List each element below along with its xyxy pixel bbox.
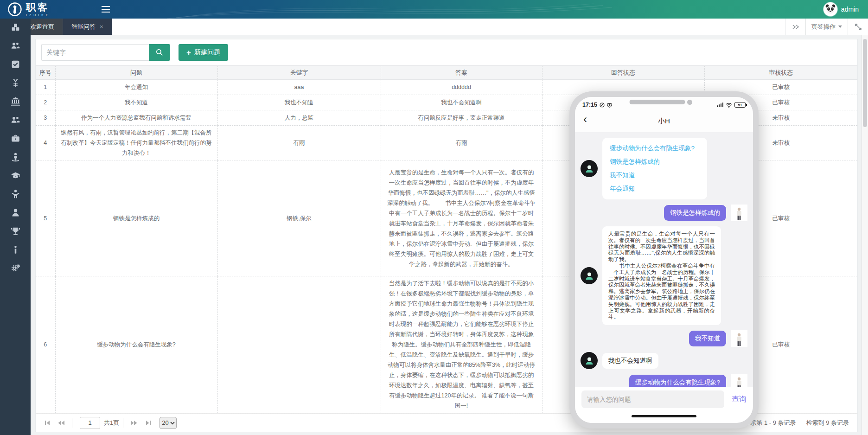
vertical-scrollbar[interactable]	[862, 35, 868, 435]
sidebar-item-groups[interactable]	[0, 111, 31, 130]
sidebar-item-training[interactable]	[0, 167, 31, 186]
main-sidebar	[0, 19, 31, 435]
user-message: 我不知道	[581, 330, 747, 347]
cell-keyword	[217, 276, 381, 413]
page-tab-bar: 欢迎首页 智能问答 × 页签操作	[0, 19, 868, 35]
wifi-icon	[726, 102, 732, 108]
cell-keyword: 钢铁,保尔	[217, 160, 381, 276]
sidebar-item-settings[interactable]	[0, 260, 31, 278]
column-header: 关键字	[217, 66, 381, 80]
home-indicator	[632, 415, 696, 417]
check-square-icon	[11, 59, 20, 71]
chat-input-bar: 查询	[575, 387, 753, 412]
logo-tie-icon	[7, 2, 22, 17]
bot-avatar	[581, 267, 598, 284]
cell-seq: 4	[36, 126, 55, 160]
sidebar-item-members[interactable]	[0, 204, 31, 223]
keyword-search-input[interactable]	[41, 44, 149, 61]
phone-screen: 17:15 51	[575, 97, 753, 423]
bot-bubble: 人最宝贵的是生命，生命对每一个人只有一次。者仅有的一次生命应当怎样度过，当回首往…	[602, 226, 721, 325]
mute-icon	[600, 102, 605, 108]
cogs-icon	[11, 263, 20, 275]
logo-text: 职客	[26, 2, 51, 12]
column-header: 回答状态	[542, 66, 704, 80]
chat-message-list: 缓步动物为什么会有隐生现象?钢铁是怎样炼成的我不知道年会通知钢铁是怎样炼成的人最…	[575, 132, 753, 387]
first-page-icon[interactable]	[40, 417, 54, 429]
tab-close-icon[interactable]: ×	[100, 23, 103, 30]
qa-toolbar: + 新建问题	[36, 39, 857, 65]
question-input[interactable]	[581, 390, 724, 408]
column-header: 问题	[55, 66, 217, 80]
search-button[interactable]	[149, 44, 170, 61]
user-bubble: 我不知道	[689, 331, 726, 346]
suggested-question-link[interactable]: 钢铁是怎样炼成的	[610, 158, 700, 166]
sidebar-item-modules[interactable]	[0, 19, 31, 37]
prev-page-icon[interactable]	[54, 417, 68, 429]
cell-question: 钢铁是怎样炼成的	[55, 160, 217, 276]
cell-answer: 有雨	[381, 126, 542, 160]
page-size-select[interactable]: 20	[160, 417, 177, 429]
trophy-icon	[11, 226, 20, 238]
user-message: 钢铁是怎样炼成的	[581, 205, 747, 221]
cell-seq: 2	[36, 95, 55, 110]
cell-keyword: 人力，总监	[217, 110, 381, 126]
next-page-icon[interactable]	[127, 417, 141, 429]
user-bubble: 缓步动物为什么会有隐生现象?	[629, 375, 726, 387]
top-header: 职客 IZHIKE admin	[0, 0, 868, 19]
logo-subtext: IZHIKE	[26, 13, 51, 17]
alarm-icon	[607, 102, 612, 108]
column-header: 答案	[381, 66, 542, 80]
graduation-cap-icon	[11, 171, 20, 182]
scrollbar-thumb[interactable]	[863, 39, 867, 127]
sidebar-item-approvals[interactable]	[0, 56, 31, 74]
tab-actions-label: 页签操作	[811, 23, 836, 31]
user-avatar	[731, 374, 747, 387]
header-wave-decoration	[0, 0, 868, 19]
cell-seq: 1	[36, 80, 55, 95]
user-avatar	[731, 330, 747, 347]
bot-message: 我也不会知道啊	[581, 352, 747, 369]
query-send-button[interactable]: 查询	[732, 395, 747, 404]
column-header: 序号	[36, 66, 55, 80]
cell-question: 缓步动物为什么会有隐生现象?	[55, 276, 217, 413]
cell-seq: 3	[36, 110, 55, 126]
sidebar-item-business[interactable]	[0, 130, 31, 148]
suggested-question-link[interactable]: 年会通知	[610, 185, 700, 193]
sidebar-item-finance[interactable]	[0, 74, 31, 93]
cell-question: 年会通知	[55, 80, 217, 95]
bot-avatar	[581, 160, 598, 177]
users-icon	[11, 115, 20, 127]
page-number-input[interactable]	[80, 417, 100, 429]
cell-question: 我不知道	[55, 95, 217, 110]
tab-actions-dropdown[interactable]: 页签操作	[805, 19, 848, 35]
cell-answer: dddddd	[381, 80, 542, 95]
tab-smart-qa[interactable]: 智能问答 ×	[63, 19, 112, 35]
hamburger-menu-icon[interactable]	[96, 0, 115, 19]
chevron-down-icon	[838, 26, 842, 28]
suggested-question-link[interactable]: 我不知道	[610, 171, 700, 179]
cell-seq: 6	[36, 276, 55, 413]
new-question-button[interactable]: + 新建问题	[179, 44, 228, 61]
sidebar-item-about[interactable]	[0, 241, 31, 260]
street-view-icon	[11, 152, 20, 164]
phone-preview: 17:15 51	[569, 91, 759, 429]
page-total-label: 共1页	[104, 419, 119, 427]
suggested-question-link[interactable]: 缓步动物为什么会有隐生现象?	[610, 144, 700, 153]
yen-icon	[11, 78, 20, 90]
back-chevron-icon[interactable]: ‹	[583, 114, 587, 125]
users-icon	[11, 41, 20, 52]
sidebar-item-hr[interactable]	[0, 37, 31, 56]
cell-answer: 当然是为了活下去啦！缓步动物可以说真的是打不死的小强！在很多极端恶劣环境下都能找…	[381, 276, 542, 413]
sidebar-item-institution[interactable]	[0, 93, 31, 111]
tabs-scroll-right-icon[interactable]	[785, 19, 805, 35]
fullscreen-toggle-icon[interactable]	[848, 19, 868, 35]
plus-icon: +	[186, 49, 191, 57]
cell-seq: 5	[36, 160, 55, 276]
sidebar-item-honors[interactable]	[0, 223, 31, 241]
sidebar-item-activity[interactable]	[0, 186, 31, 204]
child-icon	[11, 189, 20, 201]
sidebar-item-field[interactable]	[0, 148, 31, 167]
user-menu[interactable]: admin	[823, 2, 868, 16]
app-logo: 职客 IZHIKE	[0, 2, 96, 17]
last-page-icon[interactable]	[141, 417, 155, 429]
